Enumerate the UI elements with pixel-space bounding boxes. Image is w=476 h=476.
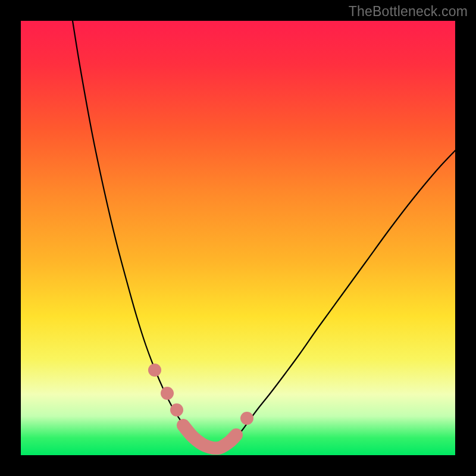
- bead-dots-group: [148, 364, 253, 425]
- chart-frame: TheBottleneck.com: [0, 0, 476, 476]
- bead-dot: [240, 412, 253, 425]
- bead-dot: [161, 387, 174, 400]
- bead-dot: [148, 364, 161, 377]
- plot-area: [21, 21, 455, 455]
- left-curve: [73, 21, 217, 452]
- watermark-text: TheBottleneck.com: [349, 4, 468, 20]
- bead-track-bottom: [183, 425, 236, 448]
- bead-dot: [170, 403, 183, 416]
- right-curve: [217, 151, 455, 452]
- curves-svg: [21, 21, 455, 455]
